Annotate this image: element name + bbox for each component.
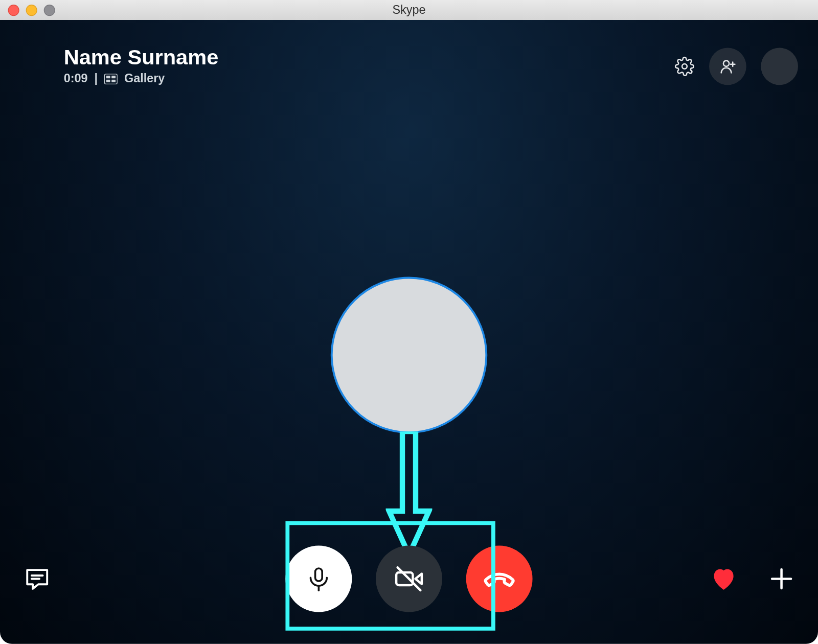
chat-button[interactable] <box>24 566 51 592</box>
annotation-highlight-box <box>285 521 495 631</box>
svg-rect-2 <box>111 75 116 78</box>
window-titlebar: Skype <box>0 0 818 20</box>
contact-name: Name Surname <box>64 47 219 68</box>
window-zoom-button[interactable] <box>44 4 55 15</box>
self-avatar[interactable] <box>761 48 798 85</box>
reaction-heart-button[interactable] <box>709 564 738 593</box>
call-header: Name Surname 0:09 | Gallery <box>0 47 818 86</box>
svg-rect-4 <box>111 79 116 82</box>
call-subtitle: 0:09 | Gallery <box>64 72 219 85</box>
svg-point-5 <box>682 63 687 68</box>
call-window: Name Surname 0:09 | Gallery <box>0 20 818 644</box>
window-close-button[interactable] <box>8 4 19 15</box>
gallery-icon <box>104 74 118 84</box>
svg-rect-0 <box>105 74 118 83</box>
window-title: Skype <box>0 3 818 17</box>
more-actions-button[interactable] <box>769 566 794 591</box>
view-mode-label[interactable]: Gallery <box>124 72 165 85</box>
window-controls <box>8 4 55 15</box>
call-duration: 0:09 <box>64 72 88 85</box>
svg-rect-1 <box>106 75 110 78</box>
contact-avatar <box>331 277 487 433</box>
svg-rect-3 <box>106 79 110 82</box>
contact-info: Name Surname 0:09 | Gallery <box>64 47 219 86</box>
settings-button[interactable] <box>674 56 694 76</box>
menu-button[interactable] <box>20 56 44 76</box>
window-minimize-button[interactable] <box>26 4 37 15</box>
add-participant-button[interactable] <box>709 48 746 85</box>
svg-point-6 <box>723 60 729 66</box>
separator: | <box>94 72 98 85</box>
